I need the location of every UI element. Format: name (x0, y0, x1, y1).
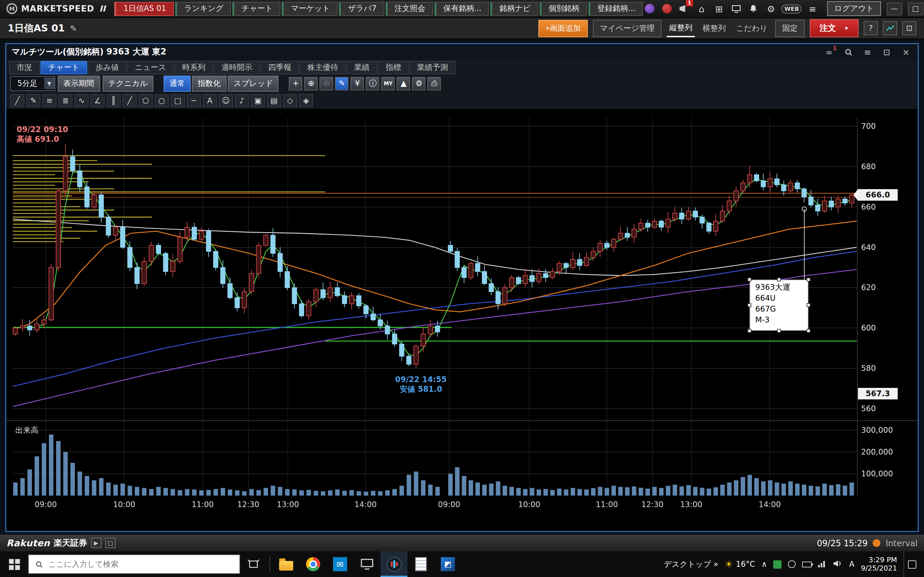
order-dropdown-icon[interactable]: ▼ (844, 25, 849, 31)
announcement-icon[interactable]: 1 (678, 2, 691, 15)
remote-desktop-icon[interactable] (354, 551, 381, 577)
app-tab[interactable]: マーケット (282, 2, 338, 16)
note-tool-icon[interactable]: ♪ (235, 94, 249, 107)
link-icon[interactable]: ∞1 (822, 46, 835, 58)
bell-icon[interactable] (747, 2, 760, 15)
multi-hline-tool-icon[interactable]: ≡ (42, 94, 57, 107)
text-tool-icon[interactable]: A (203, 94, 217, 107)
window-tab[interactable]: 市況 (9, 61, 40, 74)
search-icon[interactable] (842, 46, 855, 58)
settings-gear-icon[interactable]: ⚙ (764, 2, 777, 15)
window-tab[interactable]: ニュース (127, 61, 174, 74)
yen-scale-icon[interactable]: ¥ (351, 77, 364, 90)
vertical-lines-tool-icon[interactable]: ║ (107, 94, 121, 107)
network-icon[interactable] (819, 559, 827, 569)
chart-tooltip[interactable]: 9363大運 664U 667G M-3 (750, 279, 809, 331)
icon-stamp-tool-icon[interactable]: ☺ (219, 94, 233, 107)
info-icon[interactable]: ⓘ (366, 77, 380, 90)
trend-line-tool-icon[interactable]: ╱ (10, 94, 24, 107)
maximize-button[interactable]: □ (908, 2, 923, 15)
window-tab[interactable]: チャート (40, 61, 87, 74)
minimize-button[interactable]: — (887, 2, 902, 15)
selection-handle[interactable] (748, 329, 751, 333)
kodawari-button[interactable]: こだわり (733, 20, 770, 36)
taskbar-search[interactable] (28, 554, 240, 574)
fan-line-tool-icon[interactable]: ∠ (90, 94, 105, 107)
ime-indicator[interactable]: A (849, 560, 855, 569)
action-center-icon[interactable] (903, 551, 920, 577)
purple-app-icon[interactable] (643, 2, 656, 15)
timeframe-select[interactable]: 5分足 ▼ (10, 76, 55, 91)
taskbar-clock[interactable]: 3:29 PM 9/25/2021 (861, 556, 897, 572)
app-tab[interactable]: 保有銘柄... (435, 2, 489, 16)
window-title-bar[interactable]: マルチツール(個別銘柄) 9363 大運 東2 ∞1 ≡ ⊡ × (6, 44, 918, 60)
draw-mode-icon[interactable]: ✎ (335, 77, 349, 90)
photos-icon[interactable]: ◩ (435, 551, 461, 577)
app-tab[interactable]: ザラバ7 (339, 2, 384, 16)
wave-line-tool-icon[interactable]: ∿ (74, 94, 89, 107)
order-button[interactable]: 注文 ▼ (810, 19, 859, 37)
eraser-all-tool-icon[interactable]: ◈ (299, 94, 313, 107)
zoom-in-icon[interactable]: ⊕ (304, 77, 318, 90)
paste-tool-icon[interactable]: ▤ (267, 94, 281, 107)
app-tab[interactable]: チャート (233, 2, 281, 16)
multi-hline-bold-tool-icon[interactable]: ≣ (58, 94, 73, 107)
chart-mode-button[interactable]: 通常 (164, 75, 191, 91)
technical-button[interactable]: テクニカル (102, 75, 153, 91)
close-window-icon[interactable]: × (900, 46, 913, 58)
ellipse-tool-icon[interactable]: ○ (155, 94, 169, 107)
pin-fixed-button[interactable]: 固定 (775, 19, 804, 37)
mail-icon[interactable]: ✉ (326, 551, 354, 577)
app-tab[interactable]: 登録銘柄... (588, 2, 643, 16)
expand-statusbar-icon[interactable]: ▶ (91, 538, 102, 548)
duplicate-window-icon[interactable]: ⊡ (880, 46, 893, 58)
volume-icon[interactable] (834, 559, 843, 569)
wrench-icon[interactable]: ⚙ (412, 77, 426, 90)
antivirus-tray-icon[interactable] (774, 560, 782, 568)
window-tab[interactable]: 歩み値 (88, 61, 127, 74)
market-app-icon[interactable] (661, 2, 674, 15)
polygon-tool-icon[interactable]: ⬠ (139, 94, 153, 107)
mypage-manage-button[interactable]: マイページ管理 (593, 19, 662, 37)
app-tab[interactable]: 個別銘柄 (540, 2, 587, 16)
selection-handle[interactable] (777, 329, 781, 333)
logout-button[interactable]: ログアウト (827, 1, 881, 16)
selection-handle[interactable] (748, 303, 751, 307)
notepad-icon[interactable] (407, 551, 435, 577)
task-view-icon[interactable] (240, 551, 267, 577)
taskbar-search-input[interactable] (48, 560, 233, 569)
copy-tool-icon[interactable]: ▣ (251, 94, 265, 107)
window-tab[interactable]: 四季報 (260, 61, 299, 74)
add-window-icon[interactable]: ⊞ (712, 2, 725, 15)
file-explorer-icon[interactable] (273, 551, 300, 577)
home-icon[interactable]: ⌂ (695, 2, 708, 15)
vertical-align-button[interactable]: 縦整列 (667, 19, 695, 37)
display-period-button[interactable]: 表示期間 (57, 75, 100, 91)
crosshair-tool-icon[interactable]: + (289, 77, 302, 90)
rectangle-tool-icon[interactable]: □ (171, 94, 185, 107)
window-tab[interactable]: 株主優待 (300, 61, 346, 74)
tray-expand-icon[interactable]: ∧ (761, 560, 767, 569)
window-tab[interactable]: 指標 (378, 61, 409, 74)
window-tab[interactable]: 業績予測 (409, 61, 456, 74)
horizontal-align-button[interactable]: 横整列 (700, 20, 728, 36)
marketspeed-taskbar-icon[interactable] (381, 551, 407, 577)
add-screen-button[interactable]: +画面追加 (538, 19, 588, 37)
ray-line-tool-icon[interactable]: ╱ (123, 94, 137, 107)
my-chart-icon[interactable]: MY (381, 77, 395, 90)
web-icon[interactable]: WEB (782, 4, 802, 13)
desktop-toolbar[interactable]: デスクトップ » (664, 559, 718, 570)
window-tab[interactable]: 時系列 (174, 61, 213, 74)
app-tab[interactable]: 注文照会 (386, 2, 433, 16)
menu-icon[interactable]: ≡ (806, 2, 819, 15)
chart-mode-button[interactable]: 指数化 (192, 75, 226, 91)
printer-icon[interactable]: ⎙ (428, 77, 441, 90)
selection-handle[interactable] (748, 277, 751, 282)
cast-monitor-icon[interactable] (730, 2, 743, 15)
window-tab[interactable]: 業績 (347, 61, 377, 74)
sync-tray-icon[interactable] (788, 560, 796, 568)
help-button[interactable]: ? (864, 21, 878, 35)
window-tab[interactable]: 適時開示 (214, 61, 260, 74)
battery-icon[interactable] (803, 561, 812, 567)
selection-handle[interactable] (806, 329, 811, 333)
